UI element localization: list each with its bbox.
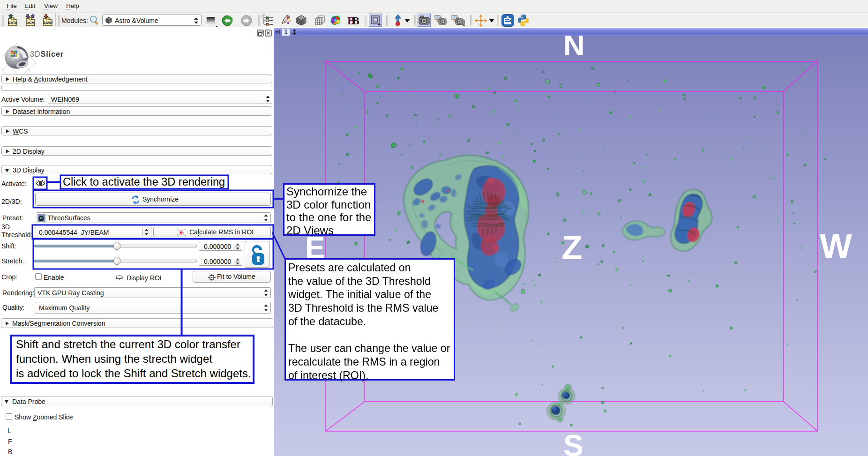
svg-text:B: B (352, 15, 359, 26)
svg-text:SAVE: SAVE (43, 21, 52, 25)
svg-text:Z: Z (561, 228, 583, 266)
svg-text:S: S (563, 429, 584, 456)
svg-text:DATA: DATA (8, 21, 17, 25)
svg-text:N: N (563, 36, 585, 61)
svg-text:DCM: DCM (26, 21, 34, 25)
svg-text:W: W (820, 227, 852, 265)
